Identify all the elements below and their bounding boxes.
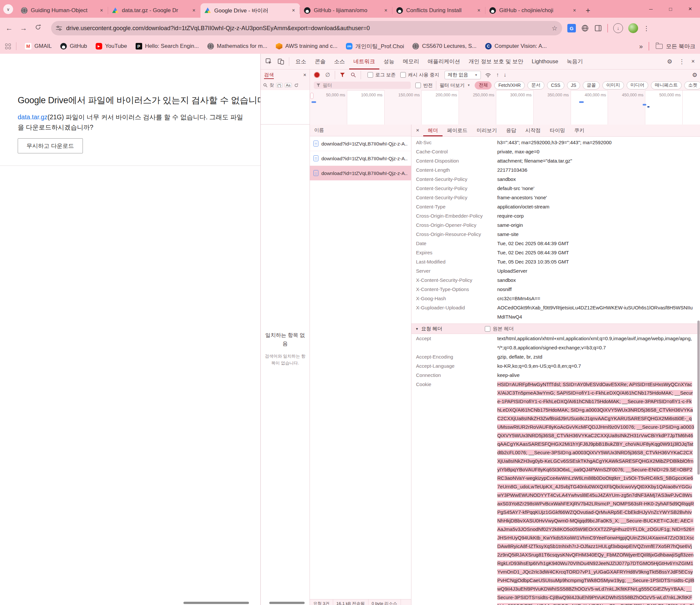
devtools-tab[interactable]: 콘솔 bbox=[310, 54, 330, 70]
browser-tab[interactable]: GitHub - lijiaman/omo × bbox=[300, 3, 393, 18]
bookmark-item[interactable]: AWS training and c... bbox=[276, 43, 338, 49]
find-input[interactable]: 찾 bbox=[270, 82, 274, 88]
all-bookmarks-button[interactable]: 모든 북마크 bbox=[666, 43, 695, 50]
refresh-button[interactable] bbox=[31, 24, 45, 33]
search-pane-horizontal-scrollbar[interactable] bbox=[269, 602, 305, 604]
detail-tab[interactable]: 미리보기 bbox=[472, 124, 501, 136]
devtools-tab[interactable]: 소스 bbox=[330, 54, 349, 70]
devtools-tab[interactable]: 개인 정보 보호 및 보안 bbox=[465, 54, 528, 70]
request-table-header[interactable]: 이름 bbox=[310, 124, 411, 136]
bookmark-item[interactable]: Mathematics for m... bbox=[207, 43, 267, 49]
devtools-close-icon[interactable]: × bbox=[691, 58, 695, 65]
bookmark-item[interactable]: GitHub bbox=[60, 43, 87, 49]
request-type-filter-chip[interactable]: Fetch/XHR bbox=[494, 81, 524, 90]
tab-close-icon[interactable]: × bbox=[99, 7, 104, 14]
import-har-icon[interactable]: ↑ bbox=[496, 72, 499, 78]
download-anyway-button[interactable]: 무시하고 다운로드 bbox=[18, 138, 83, 153]
detail-tab[interactable]: 시작점 bbox=[521, 124, 545, 136]
request-type-filter-chip[interactable]: 소켓 bbox=[684, 81, 700, 90]
bookmark-item[interactable]: CS5670 Lectures, S... bbox=[412, 43, 476, 49]
back-button[interactable]: ← bbox=[2, 24, 16, 32]
browser-tab[interactable]: Guiding Human-Object × bbox=[17, 3, 108, 18]
browser-tab[interactable]: Conflicts During Install × bbox=[393, 3, 485, 18]
tab-search-button[interactable]: ∨ bbox=[3, 4, 13, 14]
export-har-icon[interactable]: ↓ bbox=[503, 72, 506, 78]
detail-tab[interactable]: 타이밍 bbox=[545, 124, 570, 136]
devtools-tab[interactable]: 애플리케이션 bbox=[424, 54, 465, 70]
globe-icon[interactable] bbox=[581, 24, 589, 32]
detail-tab[interactable]: 헤더 bbox=[423, 124, 443, 136]
devtools-tab[interactable]: 요소 bbox=[291, 54, 310, 70]
tab-close-icon[interactable]: × bbox=[291, 7, 296, 14]
browser-tab[interactable]: Google Drive - 바이러 × bbox=[200, 3, 300, 18]
request-headers-section[interactable]: ▼ 요청 헤더 원본 헤더 bbox=[411, 323, 700, 334]
throttling-dropdown[interactable]: 제한 없음 ▼ bbox=[445, 71, 481, 79]
timeline-selection-handle[interactable] bbox=[310, 93, 314, 99]
devtools-tab[interactable]: 녹음기 bbox=[562, 54, 587, 70]
devtools-tab[interactable]: 네트워크 bbox=[349, 54, 379, 70]
bookmarks-overflow-button[interactable]: » bbox=[639, 43, 643, 50]
tab-close-icon[interactable]: × bbox=[383, 7, 389, 14]
request-type-filter-chip[interactable]: 매니페스트 bbox=[651, 81, 682, 90]
network-settings-icon[interactable]: ⚙ bbox=[692, 71, 697, 79]
request-type-filter-chip[interactable]: 이미지 bbox=[602, 81, 624, 90]
more-filters-dropdown[interactable]: 필터 더보기 ▼ bbox=[440, 82, 470, 89]
translate-icon[interactable]: G bbox=[567, 24, 576, 32]
close-window-button[interactable]: × bbox=[680, 0, 700, 18]
devtools-tab[interactable]: Lighthouse bbox=[527, 54, 562, 70]
new-tab-button[interactable]: + bbox=[581, 3, 595, 18]
file-link[interactable]: data.tar.gz bbox=[18, 114, 48, 121]
profile-avatar[interactable] bbox=[628, 23, 638, 33]
request-type-filter-chip[interactable]: 전체 bbox=[475, 81, 492, 90]
devtools-tab[interactable]: 성능 bbox=[379, 54, 399, 70]
detail-tab[interactable]: 페이로드 bbox=[443, 124, 472, 136]
url-text[interactable]: drive.usercontent.google.com/download?id… bbox=[66, 25, 552, 32]
maximize-button[interactable]: □ bbox=[661, 0, 680, 18]
close-detail-icon[interactable]: × bbox=[416, 127, 419, 134]
forward-button[interactable]: → bbox=[16, 24, 31, 32]
disable-cache-checkbox[interactable]: 캐시 사용 중지 bbox=[400, 72, 439, 78]
page-horizontal-scrollbar[interactable] bbox=[183, 602, 249, 604]
detail-tab[interactable]: 쿠키 bbox=[570, 124, 589, 136]
tab-close-icon[interactable]: × bbox=[191, 7, 197, 14]
refresh-search-icon[interactable] bbox=[294, 83, 299, 88]
device-toolbar-icon[interactable] bbox=[277, 58, 284, 65]
preserve-log-checkbox[interactable]: 로그 보존 bbox=[368, 72, 396, 78]
devtools-settings-icon[interactable]: ⚙ bbox=[667, 58, 672, 65]
request-type-filter-chip[interactable]: JS bbox=[567, 81, 580, 90]
side-panel-icon[interactable] bbox=[594, 24, 602, 32]
name-column-header[interactable]: 이름 bbox=[314, 127, 324, 134]
bookmark-star-icon[interactable]: ☆ bbox=[552, 24, 557, 32]
browser-menu-button[interactable]: ⋮ bbox=[643, 25, 650, 32]
tab-close-icon[interactable]: × bbox=[476, 7, 481, 14]
search-tab[interactable]: 검색 bbox=[264, 72, 274, 78]
bookmark-item[interactable]: ▶ YouTube bbox=[96, 43, 127, 49]
apps-grid-icon[interactable] bbox=[5, 44, 11, 49]
request-type-filter-chip[interactable]: 글꼴 bbox=[583, 81, 600, 90]
regex-toggle[interactable]: (*) bbox=[276, 83, 283, 88]
search-network-icon[interactable] bbox=[350, 72, 356, 78]
downloads-button[interactable]: ↓ bbox=[613, 23, 623, 33]
request-type-filter-chip[interactable]: 미디어 bbox=[627, 81, 648, 90]
browser-tab[interactable]: GitHub - chojinie/choji × bbox=[485, 3, 581, 18]
network-conditions-icon[interactable] bbox=[485, 72, 491, 78]
request-type-filter-chip[interactable]: 문서 bbox=[527, 81, 544, 90]
bookmark-item[interactable]: zm 개인미팅_Prof.Choi bbox=[346, 43, 404, 50]
clear-network-log-icon[interactable]: ∅ bbox=[325, 71, 330, 78]
raw-headers-checkbox[interactable]: 원본 헤더 bbox=[485, 326, 514, 332]
inspect-element-icon[interactable] bbox=[265, 58, 272, 65]
detail-tab[interactable]: 응답 bbox=[501, 124, 521, 136]
record-network-log-button[interactable] bbox=[314, 72, 320, 78]
network-filter-input[interactable]: 필터 bbox=[314, 81, 411, 89]
site-settings-icon[interactable] bbox=[56, 25, 62, 31]
bookmark-item[interactable]: C Computer Vision: A... bbox=[485, 43, 547, 49]
browser-tab[interactable]: data.tar.gz - Google Dr × bbox=[108, 3, 200, 18]
request-row[interactable]: download?id=1tZVqLB7II0whI-Qjz-z-A... bbox=[310, 166, 411, 180]
request-type-filter-chip[interactable]: CSS bbox=[547, 81, 565, 90]
request-row[interactable]: download?id=1tZVqLB7II0whI-Qjz-z-A... bbox=[310, 151, 411, 166]
address-bar[interactable]: drive.usercontent.google.com/download?id… bbox=[51, 21, 562, 35]
minimize-button[interactable]: ─ bbox=[641, 0, 661, 18]
filter-toggle-icon[interactable] bbox=[340, 73, 345, 77]
match-case-toggle[interactable]: Aa bbox=[285, 83, 292, 88]
bookmark-item[interactable]: M GMAIL bbox=[25, 43, 52, 49]
